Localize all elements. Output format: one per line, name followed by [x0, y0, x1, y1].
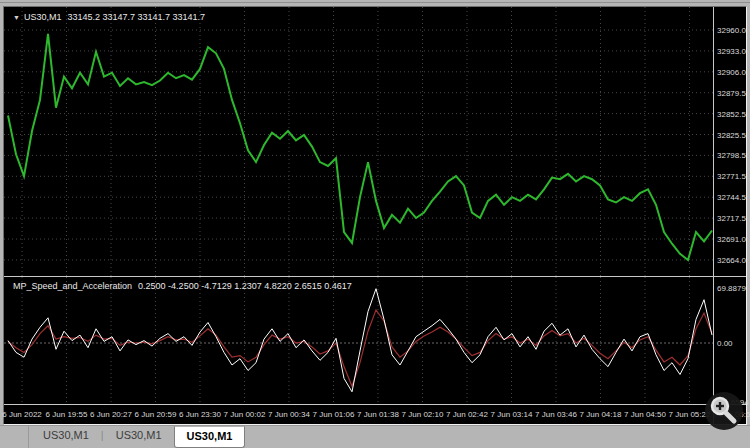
chart-tab-us30-m1-3[interactable]: US30,M1 [174, 426, 246, 448]
chart-plot-area[interactable] [4, 7, 746, 424]
price-axis-label: 32906.0 [717, 68, 746, 77]
collapse-arrow-icon[interactable]: ▼ [13, 14, 20, 21]
price-axis-label: 32825.5 [717, 131, 746, 140]
price-axis-label: 32691.0 [717, 235, 746, 244]
price-axis-label: 32717.5 [717, 214, 746, 223]
zoom-badge[interactable] [704, 391, 744, 431]
price-axis-label: 32960.0 [717, 26, 746, 35]
symbol-period-label: US30,M1 [24, 12, 62, 22]
price-axis-label: 32771.5 [717, 172, 746, 181]
price-axis-label: 32933.0 [717, 47, 746, 56]
ohlc-values: 33145.2 33147.7 33141.7 33141.7 [67, 12, 205, 22]
price-axis-label: 32879.5 [717, 89, 746, 98]
chart-tab-bar: US30,M1|US30,M1US30,M1 [0, 425, 750, 448]
chart-tab-us30-m1-1[interactable]: US30,M1 [31, 426, 101, 446]
indicator-values: 0.2500 -4.2500 -4.7129 1.2307 4.8220 2.6… [138, 281, 352, 291]
magnifier-icon [704, 391, 744, 431]
toolbar-groove [0, 2, 750, 3]
indicator-name: MP_Speed_and_Acceleration [13, 281, 132, 291]
chart-window: ▼US30,M133145.2 33147.7 33141.7 33141.7 … [3, 6, 747, 425]
price-axis-label: 32852.5 [717, 110, 746, 119]
tabbar-grip[interactable] [0, 426, 29, 448]
indicator-axis-zero: 0.00 [717, 339, 733, 348]
price-axis-label: 32798.5 [717, 151, 746, 160]
price-axis-label: 32744.5 [717, 193, 746, 202]
chart-symbol-title: ▼US30,M133145.2 33147.7 33141.7 33141.7 [13, 12, 205, 22]
indicator-title: MP_Speed_and_Acceleration0.2500 -4.2500 … [13, 281, 352, 291]
chart-tabs: US30,M1|US30,M1US30,M1 [31, 426, 245, 448]
indicator-axis-max: 69.8879 [717, 284, 746, 293]
chart-tab-us30-m1-2[interactable]: US30,M1 [104, 426, 174, 446]
price-axis-label: 32664.0 [717, 256, 746, 265]
